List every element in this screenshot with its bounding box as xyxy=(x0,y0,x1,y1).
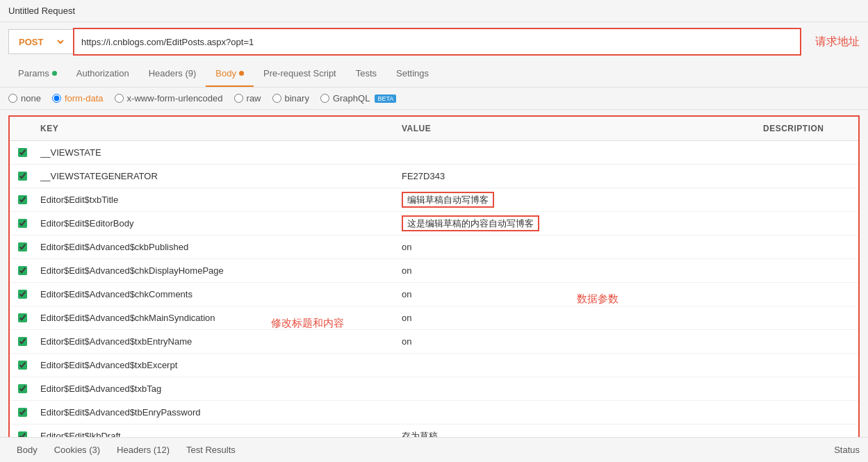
bottom-bar: Body Cookies (3) Headers (12) Test Resul… xyxy=(0,437,868,462)
body-type-urlencoded-label: x-www-form-urlencoded xyxy=(127,93,223,104)
tab-prerequest[interactable]: Pre-request Script xyxy=(254,61,346,87)
table-row: Editor$Edit$Advanced$txbTag xyxy=(10,377,858,401)
row-key-11[interactable]: Editor$Edit$Advanced$tbEnryPassword xyxy=(35,404,396,420)
row-check-0[interactable] xyxy=(10,148,35,157)
url-input[interactable] xyxy=(74,29,800,54)
bottom-tab-testresults[interactable]: Test Results xyxy=(178,442,244,458)
body-type-none[interactable]: none xyxy=(8,93,41,104)
row-check-8[interactable] xyxy=(10,337,35,346)
row-check-2[interactable] xyxy=(10,195,35,204)
row-value-9[interactable] xyxy=(396,363,758,368)
row-desc-8 xyxy=(758,339,858,345)
bottom-tab-headers[interactable]: Headers (12) xyxy=(108,442,178,458)
row-value-7[interactable]: on xyxy=(396,310,758,326)
bottom-tab-body[interactable]: Body xyxy=(8,442,46,458)
url-input-wrapper xyxy=(73,28,801,56)
row-key-4[interactable]: Editor$Edit$Advanced$ckbPublished xyxy=(35,239,396,255)
body-type-urlencoded[interactable]: x-www-form-urlencoded xyxy=(115,93,223,104)
status-area: Status xyxy=(834,445,860,455)
table-row: Editor$Edit$Advanced$ckbPublished on xyxy=(10,236,858,259)
row-value-4[interactable]: on xyxy=(396,239,758,255)
table-row: Editor$Edit$EditorBody 这是编辑草稿的内容自动写博客 xyxy=(10,212,858,236)
th-description: DESCRIPTION xyxy=(758,121,858,136)
tab-headers[interactable]: Headers (9) xyxy=(139,61,206,87)
row-value-10[interactable] xyxy=(396,386,758,392)
body-type-none-label: none xyxy=(21,93,41,104)
row-check-9[interactable] xyxy=(10,361,35,370)
row-value-11[interactable] xyxy=(396,410,758,415)
main-content: 修改标题和内容 数据参数 KEY VALUE DESCRIPTION __VIE… xyxy=(0,115,868,462)
row-key-6[interactable]: Editor$Edit$Advanced$chkComments xyxy=(35,286,396,302)
params-table: KEY VALUE DESCRIPTION __VIEWSTATE __VIEW… xyxy=(8,115,860,462)
tab-body[interactable]: Body xyxy=(206,61,254,87)
row-desc-1 xyxy=(758,174,858,179)
row-value-8[interactable]: on xyxy=(396,333,758,349)
row-check-7[interactable] xyxy=(10,313,35,322)
row-desc-10 xyxy=(758,386,858,392)
body-type-raw-label: raw xyxy=(247,93,261,104)
tab-headers-label: Headers (9) xyxy=(149,68,197,79)
method-dropdown[interactable]: POST GET PUT DELETE xyxy=(16,36,66,48)
beta-badge: BETA xyxy=(375,94,396,103)
row-key-0[interactable]: __VIEWSTATE xyxy=(35,145,396,160)
title-bar: Untitled Request xyxy=(0,0,868,22)
row-value-6[interactable]: on xyxy=(396,286,758,302)
tab-params[interactable]: Params xyxy=(8,61,67,87)
url-bar: POST GET PUT DELETE 请求地址 xyxy=(0,22,868,61)
row-desc-11 xyxy=(758,410,858,415)
body-type-binary[interactable]: binary xyxy=(272,93,309,104)
tab-prerequest-label: Pre-request Script xyxy=(263,68,336,79)
th-key: KEY xyxy=(35,121,396,136)
row-value-1[interactable]: FE27D343 xyxy=(396,168,758,184)
app-title: Untitled Request xyxy=(8,6,75,16)
body-dot xyxy=(239,71,244,76)
row-check-1[interactable] xyxy=(10,172,35,181)
row-check-10[interactable] xyxy=(10,384,35,393)
row-value-5[interactable]: on xyxy=(396,263,758,279)
body-type-binary-label: binary xyxy=(285,93,309,104)
value-highlight-body[interactable]: 这是编辑草稿的内容自动写博客 xyxy=(402,215,539,231)
row-check-3[interactable] xyxy=(10,219,35,228)
table-row: Editor$Edit$Advanced$chkMainSyndication … xyxy=(10,306,858,330)
table-row: Editor$Edit$Advanced$tbEnryPassword xyxy=(10,401,858,424)
method-selector[interactable]: POST GET PUT DELETE xyxy=(8,29,73,54)
tab-authorization[interactable]: Authorization xyxy=(67,61,139,87)
tab-authorization-label: Authorization xyxy=(76,68,129,79)
table-row: Editor$Edit$txbTitle 编辑草稿自动写博客 xyxy=(10,188,858,212)
table-header: KEY VALUE DESCRIPTION xyxy=(10,117,858,141)
row-value-0[interactable] xyxy=(396,150,758,156)
row-key-9[interactable]: Editor$Edit$Advanced$txbExcerpt xyxy=(35,357,396,373)
tab-body-label: Body xyxy=(215,68,236,79)
row-key-2[interactable]: Editor$Edit$txbTitle xyxy=(35,192,396,208)
row-desc-5 xyxy=(758,268,858,274)
row-check-4[interactable] xyxy=(10,242,35,251)
row-desc-4 xyxy=(758,245,858,250)
row-key-7[interactable]: Editor$Edit$Advanced$chkMainSyndication xyxy=(35,310,396,326)
bottom-tab-cookies[interactable]: Cookies (3) xyxy=(46,442,108,458)
row-desc-0 xyxy=(758,150,858,156)
body-type-formdata[interactable]: form-data xyxy=(52,93,104,104)
row-key-1[interactable]: __VIEWSTATEGENERATOR xyxy=(35,168,396,184)
table-row: __VIEWSTATEGENERATOR FE27D343 xyxy=(10,165,858,188)
row-check-11[interactable] xyxy=(10,408,35,417)
tab-tests[interactable]: Tests xyxy=(346,61,386,87)
body-type-raw[interactable]: raw xyxy=(234,93,261,104)
row-key-8[interactable]: Editor$Edit$Advanced$txbEntryName xyxy=(35,333,396,349)
body-type-formdata-label: form-data xyxy=(65,93,104,104)
table-row: __VIEWSTATE xyxy=(10,141,858,165)
tab-settings[interactable]: Settings xyxy=(386,61,439,87)
tabs-bar: Params Authorization Headers (9) Body Pr… xyxy=(0,61,868,88)
table-row: Editor$Edit$Advanced$txbExcerpt xyxy=(10,354,858,377)
body-type-graphql[interactable]: GraphQL BETA xyxy=(320,93,396,104)
row-check-6[interactable] xyxy=(10,290,35,299)
table-row: Editor$Edit$Advanced$chkDisplayHomePage … xyxy=(10,259,858,283)
row-key-3[interactable]: Editor$Edit$EditorBody xyxy=(35,215,396,231)
row-check-5[interactable] xyxy=(10,266,35,275)
table-row: Editor$Edit$Advanced$chkComments on xyxy=(10,283,858,306)
row-key-10[interactable]: Editor$Edit$Advanced$txbTag xyxy=(35,381,396,397)
body-type-graphql-label: GraphQL xyxy=(333,93,370,104)
row-value-3[interactable]: 这是编辑草稿的内容自动写博客 xyxy=(396,215,758,233)
row-value-2[interactable]: 编辑草稿自动写博客 xyxy=(396,191,758,209)
row-key-5[interactable]: Editor$Edit$Advanced$chkDisplayHomePage xyxy=(35,263,396,279)
value-highlight-title[interactable]: 编辑草稿自动写博客 xyxy=(402,192,494,208)
